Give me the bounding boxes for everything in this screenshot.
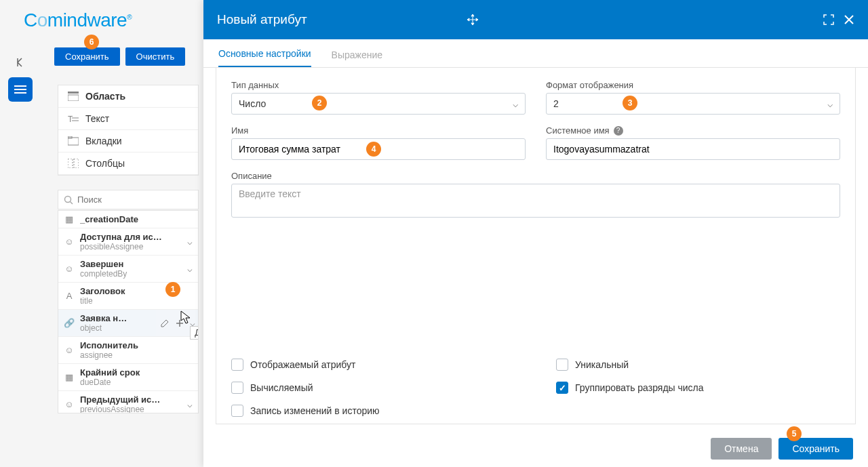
elements-panel: Область T Текст Вкладки Столбцы xyxy=(58,85,199,176)
chevron-down-icon[interactable]: ⌵ xyxy=(187,237,193,247)
svg-text:T: T xyxy=(68,115,73,123)
main-toolbar: Сохранить Очистить xyxy=(54,47,185,66)
badge-4: 4 xyxy=(366,142,381,157)
attr-sys: assignee xyxy=(80,350,193,360)
text-a-icon: A xyxy=(64,291,75,301)
attr-sys: previousAssignee xyxy=(80,405,182,413)
user-icon: ☺ xyxy=(64,237,75,247)
maximize-icon[interactable] xyxy=(823,14,834,25)
attr-name: Исполнитель xyxy=(80,340,193,350)
badge-2: 2 xyxy=(312,96,327,110)
user-icon: ☺ xyxy=(64,345,75,355)
modal-tabs: Основные настройки Выражение xyxy=(203,39,868,68)
menu-button[interactable] xyxy=(8,77,33,102)
tab-expression[interactable]: Выражение xyxy=(332,49,382,67)
attr-sys: dueDate xyxy=(80,378,193,387)
elem-text-label: Текст xyxy=(85,113,109,124)
select-format[interactable]: 2 ⌵ xyxy=(546,93,840,115)
attr-row-assignee[interactable]: ☺ Исполнительassignee xyxy=(58,337,198,364)
tabs-icon xyxy=(68,136,79,146)
attr-name: Предыдущий ис… xyxy=(80,394,182,405)
attr-row-previousassignee[interactable]: ☺ Предыдущий ис…previousAssignee ⌵ xyxy=(58,391,198,413)
svg-rect-8 xyxy=(74,159,79,168)
select-datatype[interactable]: Число ⌵ xyxy=(231,93,526,115)
attr-row-possibleassignee[interactable]: ☺ Доступна для ис…possibleAssignee ⌵ xyxy=(58,228,198,256)
area-icon xyxy=(68,92,79,101)
chevron-down-icon[interactable]: ⌵ xyxy=(187,399,193,409)
search-input[interactable] xyxy=(77,195,193,205)
move-icon[interactable] xyxy=(467,14,479,26)
elem-columns[interactable]: Столбцы xyxy=(58,153,198,175)
svg-rect-0 xyxy=(68,92,79,94)
edit-icon[interactable] xyxy=(160,319,170,328)
attr-sys: completedBy xyxy=(80,269,182,279)
nav-rail xyxy=(0,0,41,467)
collapse-icon[interactable] xyxy=(12,54,28,70)
search-row xyxy=(58,190,199,209)
elem-tabs[interactable]: Вкладки xyxy=(58,130,198,153)
attr-name: Крайний срок xyxy=(80,367,193,378)
modal-title-text: Новый атрибут xyxy=(217,12,307,27)
attr-name: Завершен xyxy=(80,259,182,269)
badge-1: 1 xyxy=(165,282,180,297)
user-icon: ☺ xyxy=(64,399,75,409)
modal-save-button[interactable]: Сохранить xyxy=(778,438,853,460)
input-sysname-wrapper xyxy=(546,138,840,160)
elem-text[interactable]: T Текст xyxy=(58,108,198,130)
elem-area-label: Область xyxy=(85,91,125,102)
chevron-down-icon[interactable]: ⌵ xyxy=(187,264,193,274)
tab-main-settings[interactable]: Основные настройки xyxy=(218,48,311,67)
attr-sys: possibleAssignee xyxy=(80,242,182,251)
check-unique-label: Уникальный xyxy=(575,359,629,370)
help-icon[interactable]: ? xyxy=(614,126,623,136)
check-displayable-label: Отображаемый атрибут xyxy=(250,359,355,370)
logo: Comindware® xyxy=(24,7,180,34)
modal-footer: Отмена Сохранить xyxy=(203,430,868,467)
badge-6: 6 xyxy=(84,35,99,49)
close-icon[interactable] xyxy=(844,14,854,25)
select-format-value: 2 xyxy=(553,98,559,109)
check-unique[interactable]: Уникальный xyxy=(556,359,840,371)
check-calculated[interactable]: Вычисляемый xyxy=(231,382,515,394)
label-datatype: Тип данных xyxy=(231,80,526,90)
label-desc: Описание xyxy=(231,171,840,181)
svg-rect-7 xyxy=(68,159,73,168)
elem-area[interactable]: Область xyxy=(58,85,198,108)
label-name: Имя xyxy=(231,125,526,136)
attr-row-duedate[interactable]: ▦ Крайний срокdueDate xyxy=(58,364,198,391)
attr-row-creationdate[interactable]: ▦ _creationDate xyxy=(58,211,198,228)
attr-row-object[interactable]: 🔗 Заявка н…object ⌵ Доб xyxy=(58,310,198,337)
attribute-list: ▦ _creationDate ☺ Доступна для ис…possib… xyxy=(58,210,199,413)
badge-5: 5 xyxy=(787,426,802,441)
search-icon xyxy=(64,195,73,205)
cancel-button[interactable]: Отмена xyxy=(711,438,772,460)
date-icon: ▦ xyxy=(64,214,75,224)
check-history[interactable]: Запись изменений в историю xyxy=(231,405,515,417)
date-icon: ▦ xyxy=(64,372,75,382)
check-group-digits[interactable]: Группировать разряды числа xyxy=(556,382,840,394)
modal-form: Тип данных Число ⌵ Формат отображения 2 … xyxy=(216,68,856,424)
attr-row-completedby[interactable]: ☺ ЗавершенcompletedBy ⌵ xyxy=(58,256,198,283)
logo-rest: mindware xyxy=(47,9,127,31)
check-calculated-label: Вычисляемый xyxy=(250,382,313,393)
badge-3: 3 xyxy=(623,96,637,110)
input-sysname[interactable] xyxy=(553,144,833,155)
label-format: Формат отображения xyxy=(546,80,840,90)
link-icon: 🔗 xyxy=(64,318,75,328)
new-attribute-modal: Новый атрибут Основные настройки Выражен… xyxy=(203,0,868,467)
columns-icon xyxy=(68,159,79,168)
check-displayable[interactable]: Отображаемый атрибут xyxy=(231,359,515,371)
check-history-label: Запись изменений в историю xyxy=(250,405,380,416)
svg-line-10 xyxy=(71,201,73,204)
logo-registered: ® xyxy=(127,14,132,21)
clear-button[interactable]: Очистить xyxy=(125,47,186,66)
select-datatype-value: Число xyxy=(239,98,266,109)
elem-columns-label: Столбцы xyxy=(85,158,125,169)
attr-name: Доступна для ис… xyxy=(80,232,182,242)
textarea-desc[interactable]: Введите текст xyxy=(231,184,840,218)
check-group-label: Группировать разряды числа xyxy=(575,382,704,393)
label-sysname-row: Системное имя ? xyxy=(546,125,840,136)
svg-rect-1 xyxy=(68,95,79,101)
modal-header: Новый атрибут xyxy=(203,0,868,39)
save-button[interactable]: Сохранить xyxy=(54,47,120,66)
